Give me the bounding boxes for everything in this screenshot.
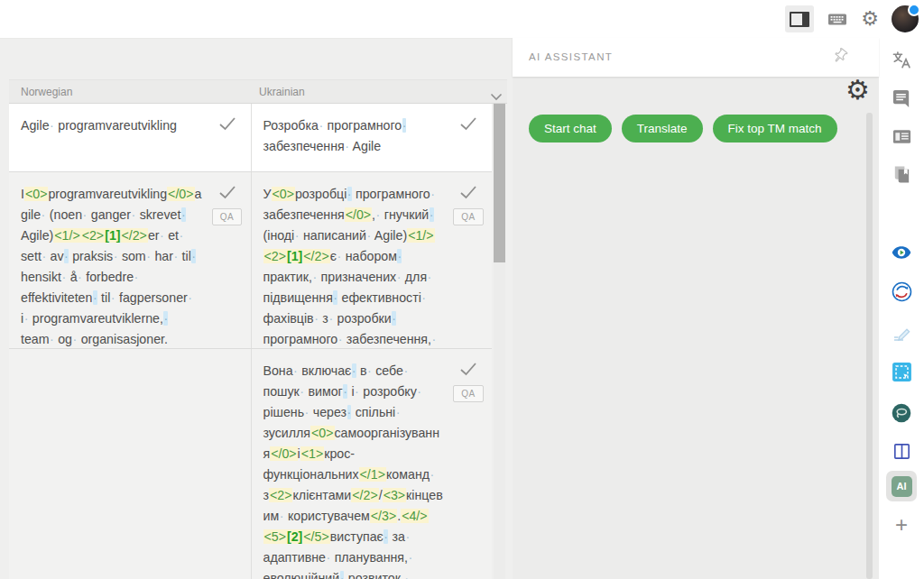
- comment-icon: [892, 88, 912, 109]
- keyboard-shortcuts-button[interactable]: [827, 8, 848, 30]
- panel-layout-icon: [790, 12, 809, 27]
- ai-assistant-header: AI ASSISTANT: [513, 38, 879, 77]
- ai-assistant-active-chip: AI: [886, 471, 917, 501]
- segment-2-target-confirmed-check[interactable]: [459, 185, 477, 199]
- lasso-icon: [891, 402, 912, 424]
- sync-arrows-icon: [891, 280, 913, 303]
- pin-panel-button[interactable]: [832, 48, 848, 64]
- sidebar-item-screenshot[interactable]: [879, 361, 924, 383]
- segment-3-source-text: [9, 349, 204, 579]
- translate-button[interactable]: Translate: [622, 115, 703, 142]
- sidebar-item-tm-suggestions[interactable]: [879, 126, 924, 147]
- checkmark-icon: [459, 116, 477, 131]
- panel-layout-switch-button[interactable]: [785, 5, 814, 32]
- segment-2-target-qa-badge[interactable]: QA: [453, 208, 483, 225]
- start-chat-button[interactable]: Start chat: [529, 115, 612, 142]
- pin-icon: [828, 44, 851, 67]
- sidebar-item-glossary[interactable]: [879, 164, 924, 185]
- sidebar-item-revisions[interactable]: [879, 280, 924, 303]
- segment-1-target-cell[interactable]: Розробка· програмного· забезпечення· Agi…: [251, 104, 493, 171]
- segment-1-source-cell[interactable]: Agile· programvareutvikling: [9, 104, 251, 171]
- segment-2-target-text: У<0>розробці· програмного· забезпечення<…: [252, 172, 446, 348]
- checkmark-icon: [459, 362, 477, 376]
- ai-settings-button[interactable]: ⚙: [845, 77, 870, 104]
- segment-2-source-qa-badge[interactable]: QA: [212, 208, 242, 225]
- segment-2-source-cell[interactable]: I<0>programvareutvikling</0>agile· (noen…: [9, 172, 251, 348]
- sidebar-item-translate[interactable]: [879, 50, 924, 70]
- sidebar-item-split-view[interactable]: [879, 441, 924, 462]
- segment-2-target-cell[interactable]: У<0>розробці· програмного· забезпечення<…: [251, 172, 493, 348]
- segments-scrollbar[interactable]: [494, 104, 505, 579]
- settings-button[interactable]: ⚙: [861, 9, 879, 29]
- language-columns-header: Norwegian Ukrainian: [9, 79, 507, 104]
- split-columns-icon: [892, 441, 912, 462]
- target-language-label: Ukrainian: [259, 86, 305, 98]
- ai-assistant-title: AI ASSISTANT: [529, 51, 613, 62]
- checkmark-icon: [218, 116, 236, 131]
- sidebar-item-add[interactable]: +: [879, 516, 924, 534]
- user-avatar[interactable]: [892, 5, 919, 32]
- segment-3-target-qa-badge[interactable]: QA: [453, 385, 483, 402]
- tm-card-icon: [892, 126, 912, 147]
- checkmark-icon: [218, 185, 236, 199]
- sidebar-item-comments[interactable]: [879, 88, 924, 109]
- segment-2-source-text: I<0>programvareutvikling</0>agile· (noen…: [9, 172, 204, 348]
- sidebar-item-ai-assistant[interactable]: AI: [879, 471, 924, 501]
- segment-row-1: Agile· programvareutvikling Розробка· пр…: [9, 104, 492, 172]
- keyboard-icon: [827, 8, 848, 30]
- segment-1-source-text: Agile· programvareutvikling: [9, 104, 204, 171]
- collapse-header-button[interactable]: [490, 88, 503, 105]
- online-status-dot: [908, 4, 920, 16]
- tools-sidebar: AI +: [879, 38, 924, 579]
- checkmark-icon: [459, 185, 477, 199]
- segments-scrollbar-thumb[interactable]: [494, 104, 505, 262]
- editor-screen: ⚙ Norwegian Ukrainian Agile· programvare…: [0, 0, 924, 579]
- segment-3-target-confirmed-check[interactable]: [459, 362, 477, 376]
- segment-1-source-confirmed-check[interactable]: [218, 116, 236, 131]
- fix-top-tm-match-button[interactable]: Fix top TM match: [713, 115, 837, 142]
- segment-1-target-confirmed-check[interactable]: [459, 116, 477, 131]
- segments-table: Agile· programvareutvikling Розробка· пр…: [9, 104, 492, 579]
- segment-3-target-text: Вона· включає· в· себе· пошук· вимог· і·…: [252, 349, 446, 579]
- ai-panel-scrollbar[interactable]: [866, 113, 873, 579]
- segment-3-source-cell[interactable]: [9, 349, 251, 579]
- ai-badge-icon: AI: [892, 476, 912, 497]
- top-bar: ⚙: [0, 0, 924, 39]
- ai-assistant-panel: ⚙ Start chat Translate Fix top TM match: [513, 77, 879, 579]
- draft-pencil-icon: [891, 322, 912, 344]
- segment-row-2: I<0>programvareutvikling</0>agile· (noen…: [9, 172, 492, 349]
- segment-1-target-text: Розробка· програмного· забезпечення· Agi…: [252, 104, 446, 171]
- gear-icon: ⚙: [861, 9, 879, 29]
- ai-quick-actions: Start chat Translate Fix top TM match: [529, 115, 837, 142]
- sidebar-item-drafts[interactable]: [879, 322, 924, 344]
- translate-icon: [892, 50, 912, 70]
- segment-3-target-cell[interactable]: Вона· включає· в· себе· пошук· вимог· і·…: [251, 349, 493, 579]
- preview-eye-icon: [891, 242, 912, 263]
- glossary-books-icon: [892, 164, 912, 185]
- sidebar-item-preview[interactable]: [879, 242, 924, 263]
- source-language-label: Norwegian: [21, 86, 72, 98]
- chevron-down-icon: [490, 93, 503, 101]
- segment-row-3: Вона· включає· в· себе· пошук· вимог· і·…: [9, 349, 492, 579]
- sidebar-item-lasso-select[interactable]: [879, 402, 924, 424]
- plus-icon: +: [895, 516, 908, 534]
- screenshot-capture-icon: [891, 361, 913, 383]
- segment-2-source-confirmed-check[interactable]: [218, 185, 236, 199]
